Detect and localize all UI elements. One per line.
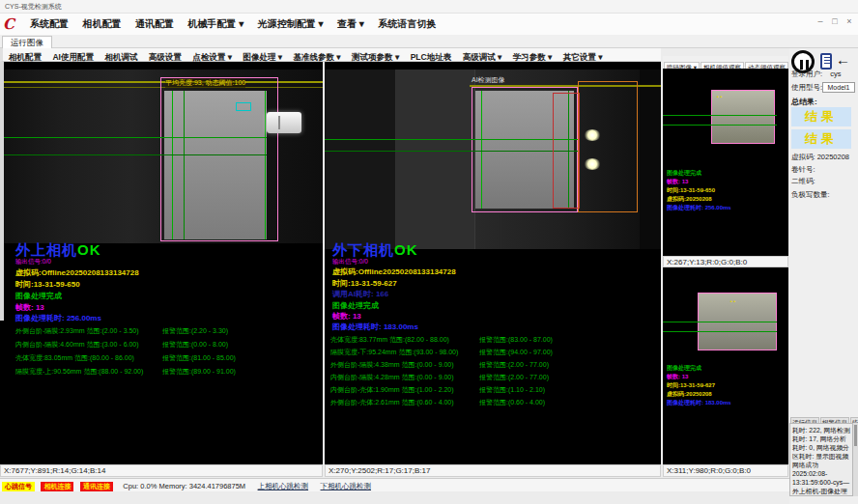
virtual-code-row: 虚拟码: 20250208 [791, 153, 849, 162]
model-label: 使用型号: [791, 83, 822, 93]
alarm-range: 报警范围:(2.00 - 77.00) [479, 360, 549, 370]
status-bar: 心跳信号 相机连接 通讯连接 Cpu: 0.0% Memory: 3424.41… [0, 478, 789, 491]
ai-image-label: AI检测图像 [472, 75, 505, 85]
measure-line [184, 91, 185, 239]
menu-item-light-config[interactable]: 光源控制配置 ▾ [258, 17, 324, 31]
measure-line [172, 91, 173, 239]
roi-orange-rectangle [578, 81, 638, 212]
left-pixel-coordinates: X:7677;Y:891;R:14;G:14;B:14 [0, 464, 323, 477]
measure-line [663, 331, 777, 332]
output-signal-text: 输出信号:0/0 [332, 258, 368, 266]
output-signal-text: 输出信号:0/0 [15, 258, 51, 266]
measure-row: 壳体宽度:83.77mm 范围:(82.00 - 88.00) [330, 335, 449, 345]
threshold-overlay-text: 平均亮度:93, 动态阈值:100 [165, 78, 245, 88]
mini-status-line: 图像处理完成 [667, 364, 701, 373]
elapsed-text: 图像处理耗时: 183.00ms [332, 322, 418, 332]
measure-row: 外侧台阶-隔膜:2.93mm 范围:(2.00 - 3.50) [15, 326, 139, 336]
result-display-2: 结果 [791, 129, 851, 149]
measure-row: 内侧台阶-壳体:1.90mm 范围:(1.00 - 2.20) [330, 385, 454, 395]
mini-status-line: 时间:13-31-59-650 [667, 186, 715, 195]
machinery-region [640, 70, 661, 249]
battery-tab-notch [278, 116, 280, 129]
alarm-range: 报警范围:(2.20 - 3.30) [162, 326, 228, 336]
roi-red-rectangle [553, 93, 580, 209]
pause-icon [806, 60, 809, 70]
measure-row: 内侧台阶-隔膜:4.28mm 范围:(0.00 - 9.00) [330, 373, 454, 382]
alarm-range: 报警范围:(81.00 - 85.00) [162, 353, 236, 363]
alarm-range: 报警范围:(2.00 - 77.00) [479, 373, 549, 382]
login-user-label: 登录用户: [791, 70, 822, 78]
ai-elapsed-text: 调用AI耗时: 166 [332, 289, 388, 299]
process-done-text: 图像处理完成 [15, 291, 62, 301]
mini-status-line: 图像处理完成 [667, 169, 701, 178]
menu-item-camera-config[interactable]: 相机配置 [82, 17, 121, 31]
measure-line [325, 151, 578, 152]
measure-row: 隔膜宽度-上:90.56mm 范围:(88.00 - 92.00) [15, 367, 143, 377]
product-region [164, 91, 267, 239]
bottom-camera-heartbeat-link[interactable]: 下相机心跳检测 [321, 480, 372, 492]
tab-row: 运行图像 [0, 35, 858, 48]
time-text: 时间:13-31-59-627 [332, 278, 397, 289]
mini-status-line: 时间:13-31-59-627 [667, 381, 715, 390]
back-arrow-icon[interactable] [836, 51, 850, 68]
process-done-text: 图像处理完成 [332, 300, 379, 311]
login-user-value: cys [830, 70, 841, 78]
highlight-spot [584, 129, 601, 141]
menu-item-view[interactable]: 查看 ▾ [337, 17, 364, 31]
keyboard-icon[interactable] [820, 53, 832, 70]
overlay-marks: ▪ ▪ [730, 298, 735, 304]
measure-row: 壳体宽度:83.05mm 范围:(80.00 - 86.00) [15, 353, 134, 363]
frame-count-text: 帧数: 13 [15, 302, 44, 313]
login-user-row: 登录用户: cys [791, 70, 841, 79]
close-icon[interactable]: × [843, 15, 856, 27]
window-title: CYS-视觉检测系统 [5, 3, 62, 10]
measure-row: 外侧台阶-隔膜:4.38mm 范围:(0.00 - 9.00) [330, 360, 454, 370]
menu-item-comm-config[interactable]: 通讯配置 [135, 17, 174, 31]
measure-line [663, 115, 777, 116]
pin-number-label: 卷针号: [791, 165, 815, 175]
log-scrollbar[interactable] [853, 423, 858, 496]
roi-small-rectangle [236, 102, 251, 111]
comm-connect-badge: 通讯连接 [80, 482, 113, 491]
thumb-bottom-panel[interactable]: ▪ ▪ 图像处理完成 帧数: 13 时间:13-31-59-627 虚拟码:20… [663, 267, 788, 464]
mini-status-line: 虚拟码:20250208 [667, 390, 712, 399]
alarm-range: 报警范围:(89.00 - 91.00) [162, 367, 236, 377]
mini-status-line: 虚拟码:20250208 [667, 195, 712, 204]
thumbnail-tab-row: 喷码图像 ▾相机阈值观察动态阈值观察 [663, 56, 788, 69]
log-text-area[interactable]: 耗时: 222, 网络检测耗时: 17, 网络分析耗时: 0, 网络视频分区耗时… [789, 423, 853, 496]
window-titlebar: CYS-视觉检测系统 [0, 0, 858, 14]
overlay-marks: ▪ ▪ [717, 94, 722, 99]
measure-line [481, 91, 482, 209]
alarm-range: 报警范围:(94.00 - 97.00) [479, 348, 553, 357]
alarm-range: 报警范围:(1.10 - 2.10) [479, 385, 545, 395]
battery-tab-region [267, 112, 301, 133]
side-panel: 登录用户: cys 使用型号: Model1 总结果: 结果 结果 虚拟码: 2… [789, 48, 858, 504]
measure-row: 外侧台阶-壳体:2.61mm 范围:(0.60 - 4.00) [330, 398, 454, 407]
total-result-label: 总结果: [791, 97, 817, 107]
menu-item-robot-config[interactable]: 机械手配置 ▾ [187, 17, 243, 31]
left-camera-panel: 平均亮度:93, 动态阈值:100 外上相机OK 输出信号:0/0 虚拟码:Of… [0, 62, 323, 464]
measure-line [4, 154, 267, 155]
cpu-memory-text: Cpu: 0.0% Memory: 3424.41796875M [123, 480, 245, 492]
qr-code-label: 二维码: [791, 177, 815, 186]
menu-item-system-config[interactable]: 系统配置 [30, 17, 69, 31]
thumb-top-panel[interactable]: ▪ ▪ 图像处理完成 帧数: 13 时间:13-31-59-650 虚拟码:20… [663, 69, 788, 256]
mini-status-line: 帧数: 13 [667, 373, 688, 381]
minimize-icon[interactable]: – [814, 15, 827, 27]
mini-status-line: 图像处理耗时: 183.00ms [667, 399, 731, 407]
write-count-label: 负极写数量: [791, 190, 830, 200]
top-camera-heartbeat-link[interactable]: 上相机心跳检测 [258, 480, 309, 492]
highlight-spot [584, 158, 601, 170]
measure-row: 内侧台阶-隔膜:4.60mm 范围:(3.00 - 6.00) [15, 340, 139, 350]
maximize-icon[interactable]: □ [828, 15, 842, 27]
measure-line [4, 137, 267, 138]
time-text: 时间:13-31-59-650 [15, 279, 80, 290]
tab-run-image[interactable]: 运行图像 [2, 36, 52, 48]
alarm-range: 报警范围:(0.00 - 8.00) [162, 340, 228, 350]
thumb-bottom-coordinates: X:311;Y:980;R:0;G:0;B:0 [663, 464, 788, 477]
measure-line [663, 322, 777, 322]
machinery-region [325, 70, 396, 249]
measure-line [663, 125, 777, 126]
model-select[interactable]: Model1 [822, 82, 855, 93]
menu-item-language-switch[interactable]: 系统语言切换 [378, 17, 436, 31]
